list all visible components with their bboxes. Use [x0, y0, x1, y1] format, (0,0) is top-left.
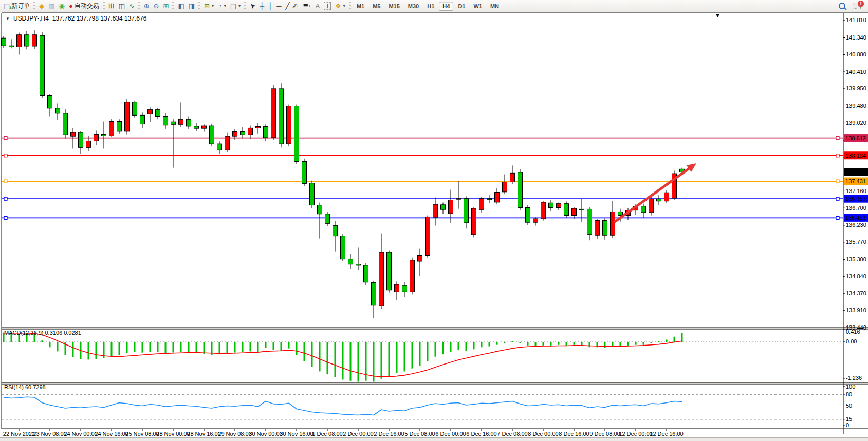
macd-bar: [311, 342, 313, 367]
time-tick-label: 28 Nov 00:00: [156, 431, 190, 437]
macd-bar: [643, 342, 644, 345]
hline-anchor[interactable]: [836, 180, 839, 183]
rsi-tick-label: 15: [846, 416, 852, 422]
hline-price-label: 138.612: [844, 134, 868, 142]
zoom-in-button[interactable]: ⊕: [142, 1, 151, 11]
line-chart-icon: ∿: [129, 3, 135, 9]
macd-bar: [404, 342, 405, 371]
period-button[interactable]: ◔▾: [216, 1, 228, 11]
macd-bar: [527, 342, 529, 346]
macd-bar: [481, 342, 483, 347]
macd-bar: [427, 342, 429, 361]
trendline-button[interactable]: ╱: [284, 1, 291, 11]
hline-anchor[interactable]: [836, 154, 839, 157]
macd-bar: [188, 342, 190, 352]
timeframe-m1-button[interactable]: M1: [353, 2, 368, 11]
timeframe-w1-button[interactable]: W1: [470, 2, 486, 11]
timeframe-m15-button[interactable]: M15: [385, 2, 403, 11]
tile-horizontal-button[interactable]: ◨: [187, 1, 196, 11]
macd-bar: [604, 342, 606, 348]
price-tick-label: 140.880: [846, 51, 866, 57]
new-chart-button[interactable]: ⊞▾: [202, 1, 215, 11]
hline-anchor[interactable]: [4, 154, 7, 157]
tile-horizontal-icon: ◨: [189, 3, 195, 9]
chart-title: ▼ USDJPY-,H4 137.762 137.798 137.634 137…: [6, 15, 146, 22]
new-order-button-label: 新订单: [11, 2, 30, 10]
toolbar-grip: [172, 2, 174, 10]
candle: [526, 205, 530, 225]
data-window-button[interactable]: ▦: [47, 1, 56, 11]
notifications-icon[interactable]: 1: [853, 3, 861, 9]
channel-button[interactable]: ∕∕E: [292, 1, 300, 11]
text-button[interactable]: A: [314, 1, 322, 11]
tile-windows-button[interactable]: ⊞: [161, 1, 170, 11]
arrows-button[interactable]: ❖▾: [334, 1, 347, 11]
collapse-arrow-icon[interactable]: ▼: [6, 16, 10, 21]
macd-bar: [458, 342, 459, 350]
hline-anchor[interactable]: [4, 197, 7, 200]
toolbar-group-order: ▤新订单: [2, 1, 31, 11]
macd-bar: [173, 342, 174, 353]
macd-bar: [496, 342, 498, 345]
macd-bar: [466, 342, 467, 351]
zoom-out-button[interactable]: ⊖: [152, 1, 161, 11]
horizontal-line-button[interactable]: ─: [275, 1, 283, 11]
time-tick-label: 25 Nov 08:00: [125, 431, 159, 437]
macd-bar: [342, 342, 344, 379]
macd-bar: [296, 342, 298, 355]
macd-bar: [180, 342, 182, 352]
fibonacci-button[interactable]: ≣F: [301, 1, 312, 11]
timeframe-mn-button[interactable]: MN: [487, 2, 503, 11]
rsi-tick-label: 0: [846, 422, 849, 428]
cursor-button[interactable]: ➤: [248, 1, 257, 11]
market-watch-button[interactable]: ◆: [38, 1, 46, 11]
chevron-down-icon[interactable]: ▾: [238, 4, 241, 8]
label-button[interactable]: T: [322, 1, 333, 11]
timeframe-m5-button[interactable]: M5: [369, 2, 384, 11]
tile-vertical-button[interactable]: ◧: [176, 1, 186, 11]
template-button[interactable]: ▤▾: [229, 1, 242, 11]
bar-chart-button[interactable]: ☰: [107, 1, 116, 11]
crosshair-button[interactable]: ┼: [258, 1, 266, 11]
hline-anchor[interactable]: [4, 137, 7, 140]
timeframe-d1-button[interactable]: D1: [454, 2, 469, 11]
timeframe-h4-button[interactable]: H4: [439, 2, 453, 11]
toolbar-right: 1: [839, 3, 861, 9]
timeframe-h1-button[interactable]: H1: [423, 2, 438, 11]
price-tick-label: 136.700: [846, 205, 866, 211]
hline-price-label: 136.433: [844, 214, 868, 222]
auto-trading-button[interactable]: ●自动交易: [67, 1, 101, 11]
macd-bar: [273, 342, 274, 350]
hline-anchor[interactable]: [836, 137, 839, 140]
macd-bar: [389, 342, 390, 376]
macd-tick-label: -1.236: [846, 375, 862, 381]
search-icon[interactable]: [839, 3, 845, 9]
chart-plot-background[interactable]: [0, 12, 868, 441]
hline-anchor[interactable]: [4, 216, 7, 219]
toolbar-group-arrange: ◧◨: [176, 1, 196, 11]
vertical-line-button[interactable]: │: [267, 1, 274, 11]
price-tick-label: 133.910: [846, 307, 866, 313]
signals-button[interactable]: ◉: [58, 1, 66, 11]
candlestick-button[interactable]: ◫: [117, 1, 126, 11]
notification-badge: 1: [858, 1, 864, 7]
macd-bar: [589, 342, 590, 347]
chevron-down-icon[interactable]: ▾: [224, 4, 226, 8]
chevron-down-icon[interactable]: ▾: [343, 4, 345, 8]
line-chart-button[interactable]: ∿: [127, 1, 136, 11]
chart-area: 141.810141.340140.880140.410139.950139.4…: [0, 0, 868, 441]
chevron-down-icon[interactable]: ▾: [212, 4, 214, 8]
macd-bar: [111, 342, 113, 357]
timeframe-m30-button[interactable]: M30: [404, 2, 422, 11]
macd-bar: [265, 342, 267, 348]
hline-anchor[interactable]: [836, 216, 839, 219]
time-tick-label: 2 Dec 00:00: [343, 431, 373, 437]
new-order-button[interactable]: ▤新订单: [2, 1, 31, 11]
hline-anchor[interactable]: [4, 180, 7, 183]
price-tick-label: 139.950: [846, 85, 866, 91]
macd-bar: [42, 340, 43, 342]
hline-anchor[interactable]: [836, 197, 839, 200]
chart-shift-marker[interactable]: ▼: [715, 12, 721, 18]
rsi-indicator-label: RSI(14) 60.7298: [4, 384, 46, 390]
macd-indicator-label: MACD(12,26,9) 0.3106 0.0281: [4, 330, 81, 336]
